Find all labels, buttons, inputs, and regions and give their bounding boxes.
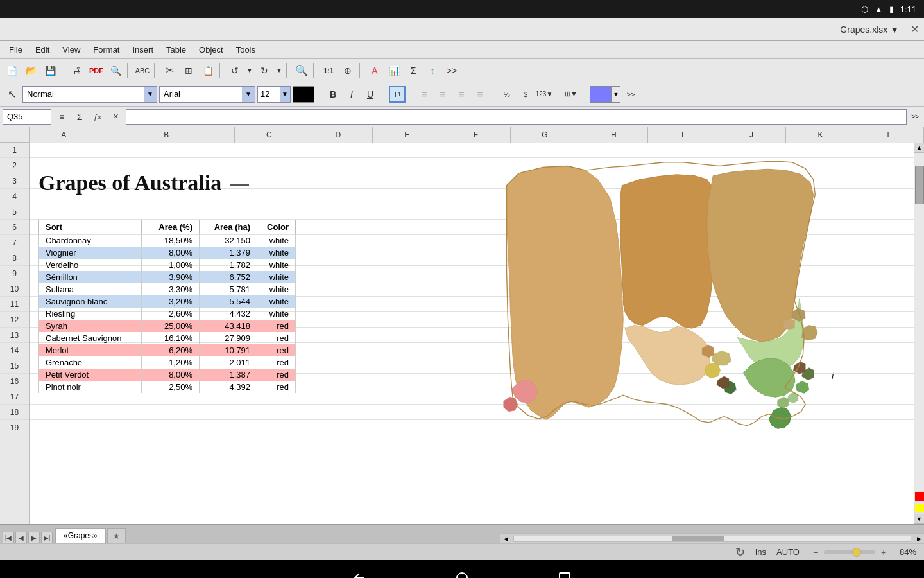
font-color-box[interactable] [293, 86, 314, 103]
col-header-l[interactable]: L [855, 127, 924, 143]
cell-area-ha[interactable]: 5.544 [200, 295, 257, 308]
formula-equals-button[interactable]: ≡ [53, 109, 70, 125]
hscroll-right[interactable]: ▶ [914, 534, 924, 544]
tab-prev-button[interactable]: ◀ [15, 532, 27, 543]
menu-tools[interactable]: Tools [231, 44, 261, 56]
table-row[interactable]: Sultana 3,30% 5.781 white [39, 283, 296, 295]
number-format-button[interactable]: 123▼ [536, 86, 552, 103]
align-right-button[interactable]: ≡ [453, 86, 470, 103]
row-header-19[interactable]: 19 [0, 420, 29, 435]
back-button[interactable] [346, 565, 372, 578]
tab-next-button[interactable]: ▶ [28, 532, 40, 543]
align-justify-button[interactable]: ≡ [472, 86, 488, 103]
cell-sort[interactable]: Viognier [39, 247, 142, 259]
underline-button[interactable]: U [362, 86, 379, 103]
cell-sort[interactable]: Sauvignon blanc [39, 295, 142, 308]
cell-sort[interactable]: Sultana [39, 283, 142, 295]
cell-sort[interactable]: Chardonnay [39, 234, 142, 247]
cell-area-ha[interactable]: 27.909 [200, 332, 257, 344]
table-row[interactable]: Grenache 1,20% 2.011 red [39, 356, 296, 369]
table-row[interactable]: Cabernet Sauvignon 16,10% 27.909 red [39, 332, 296, 344]
scroll-track[interactable] [914, 153, 925, 491]
cell-color[interactable]: red [257, 369, 296, 381]
cell-color[interactable]: white [257, 308, 296, 320]
row-header-2[interactable]: 2 [0, 158, 29, 173]
cell-area-ha[interactable]: 5.781 [200, 283, 257, 295]
tab-first-button[interactable]: |◀ [3, 532, 14, 543]
hscroll-thumb[interactable] [672, 536, 724, 541]
cell-color[interactable]: white [257, 234, 296, 247]
menu-insert[interactable]: Insert [127, 44, 158, 56]
pdf-button[interactable]: PDF [87, 62, 105, 79]
cell-area-pct[interactable]: 2,60% [142, 308, 200, 320]
spell-button[interactable]: ABC [133, 62, 151, 79]
cell-area-ha[interactable]: 1.387 [200, 369, 257, 381]
table-row[interactable]: Sémillon 3,90% 6.752 white [39, 271, 296, 283]
cell-color[interactable]: red [257, 381, 296, 393]
cell-color[interactable]: red [257, 344, 296, 356]
cell-area-pct[interactable]: 8,00% [142, 369, 200, 381]
scroll-up-arrow[interactable]: ▲ [914, 143, 925, 153]
zoom-fit-button[interactable]: ⊕ [339, 62, 357, 79]
cell-sort[interactable]: Verdelho [39, 259, 142, 271]
table-row[interactable]: Syrah 25,00% 43.418 red [39, 320, 296, 332]
formula-x-button[interactable]: ✕ [107, 109, 124, 125]
row-header-8[interactable]: 8 [0, 250, 29, 266]
formula-sum[interactable]: Σ [404, 62, 422, 79]
formula-expand-button[interactable]: >> [909, 109, 921, 125]
col-header-g[interactable]: G [511, 127, 579, 143]
table-row[interactable]: Riesling 2,60% 4.432 white [39, 308, 296, 320]
cell-color[interactable]: red [257, 320, 296, 332]
tab-last-button[interactable]: ▶| [41, 532, 53, 543]
table-row[interactable]: Viognier 8,00% 1.379 white [39, 247, 296, 259]
cell-area-pct[interactable]: 6,20% [142, 344, 200, 356]
cell-sort[interactable]: Syrah [39, 320, 142, 332]
zoom-11-button[interactable]: 1:1 [320, 62, 338, 79]
cell-area-ha[interactable]: 4.432 [200, 308, 257, 320]
table-row[interactable]: Pinot noir 2,50% 4.392 red [39, 381, 296, 393]
cell-color[interactable]: white [257, 247, 296, 259]
home-button[interactable] [449, 565, 475, 578]
row-header-3[interactable]: 3 [0, 173, 29, 189]
size-dropdown[interactable]: 12 ▼ [257, 86, 291, 103]
row-header-9[interactable]: 9 [0, 266, 29, 281]
row-header-10[interactable]: 10 [0, 281, 29, 297]
font-arrow[interactable]: ▼ [242, 87, 255, 102]
toolbar-more-button[interactable]: >> [622, 86, 639, 103]
more-button[interactable]: >> [443, 62, 461, 79]
table-row[interactable]: Petit Verdot 8,00% 1.387 red [39, 369, 296, 381]
row-header-11[interactable]: 11 [0, 297, 29, 312]
scroll-thumb[interactable] [915, 166, 924, 204]
print-button[interactable]: 🖨 [68, 62, 86, 79]
row-header-7[interactable]: 7 [0, 235, 29, 250]
menu-format[interactable]: Format [88, 44, 124, 56]
style-arrow[interactable]: ▼ [144, 87, 157, 102]
row-header-12[interactable]: 12 [0, 312, 29, 328]
col-header-f[interactable]: F [441, 127, 510, 143]
cell-area-ha[interactable]: 43.418 [200, 320, 257, 332]
font-dropdown[interactable]: Arial ▼ [159, 86, 255, 103]
cell-reference[interactable]: Q35 [3, 109, 51, 125]
cell-area-pct[interactable]: 1,00% [142, 259, 200, 271]
cell-area-pct[interactable]: 18,50% [142, 234, 200, 247]
cell-area-pct[interactable]: 2,50% [142, 381, 200, 393]
close-button[interactable]: ✕ [911, 23, 919, 35]
menu-view[interactable]: View [57, 44, 85, 56]
hscroll-left[interactable]: ◀ [501, 534, 511, 544]
cell-area-ha[interactable]: 4.392 [200, 381, 257, 393]
open-button[interactable]: 📂 [22, 62, 40, 79]
sort-button[interactable]: ↕ [424, 62, 441, 79]
scroll-down-arrow[interactable]: ▼ [914, 514, 925, 524]
cell-color[interactable]: white [257, 259, 296, 271]
col-header-k[interactable]: K [786, 127, 855, 143]
cell-sort[interactable]: Riesling [39, 308, 142, 320]
row-header-15[interactable]: 15 [0, 358, 29, 374]
col-header-j[interactable]: J [717, 127, 786, 143]
col-header-h[interactable]: H [579, 127, 648, 143]
recents-button[interactable] [552, 565, 578, 578]
cell-sort[interactable]: Pinot noir [39, 381, 142, 393]
col-header-c[interactable]: C [235, 127, 304, 143]
cell-sort[interactable]: Petit Verdot [39, 369, 142, 381]
cells-area[interactable]: Grapes of Australia Sort Area (%) Area (… [30, 143, 914, 524]
menu-object[interactable]: Object [194, 44, 228, 56]
